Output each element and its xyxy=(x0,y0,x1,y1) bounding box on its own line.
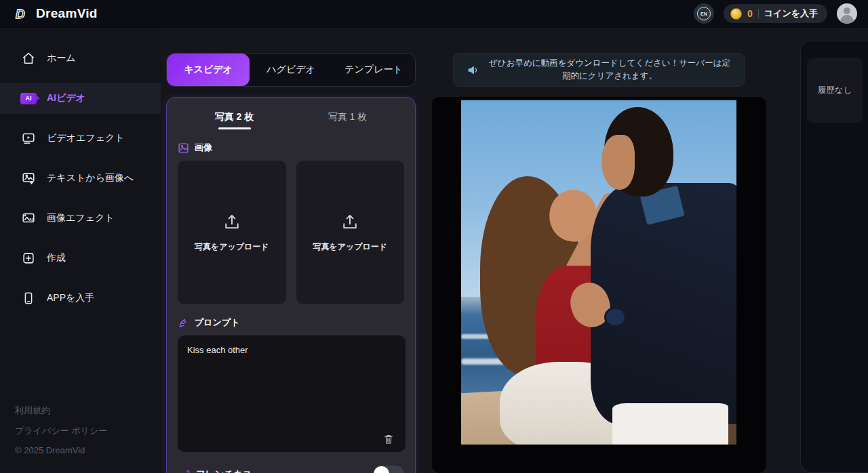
language-button[interactable]: EN xyxy=(694,3,714,24)
upload-area: 写真をアップロード 写真をアップロード xyxy=(178,161,404,304)
sidebar-nav: ホーム AI AIビデオ ビデオエフェクト テキストから画像へ xyxy=(0,28,161,314)
sidebar-item-text-to-image[interactable]: テキストから画像へ xyxy=(0,163,161,194)
image-section-header: 画像 xyxy=(178,142,404,154)
video-preview-container xyxy=(432,97,766,473)
avatar-person-icon xyxy=(844,7,850,14)
copyright-text: © 2025 DreamVid xyxy=(15,445,107,455)
tab-two-photos[interactable]: 写真 2 枚 xyxy=(178,111,291,129)
upload-photo-label: 写真をアップロード xyxy=(195,241,269,253)
french-kiss-toggle[interactable] xyxy=(373,466,404,473)
language-globe-icon: EN xyxy=(697,7,711,20)
upload-icon xyxy=(222,212,242,232)
prompt-section-header: プロンプト xyxy=(178,316,404,329)
download-notice-banner: ぜひお早めに動画をダウンロードしてください！サーバーは定期的にクリアされます。 xyxy=(453,53,745,87)
sidebar: ホーム AI AIビデオ ビデオエフェクト テキストから画像へ xyxy=(0,28,161,473)
topbar-actions: EN 0 コインを入手 xyxy=(694,3,857,24)
brand-logo[interactable]: D DreamVid xyxy=(12,5,98,22)
history-empty-state: 履歴なし xyxy=(807,58,863,123)
sidebar-item-ai-video[interactable]: AI AIビデオ xyxy=(0,83,161,114)
prompt-input[interactable]: Kiss each other xyxy=(178,335,406,452)
upload-photo-label: 写真をアップロード xyxy=(313,241,387,253)
notice-text: ぜひお早めに動画をダウンロードしてください！サーバーは定期的にクリアされます。 xyxy=(488,57,732,83)
prompt-pen-icon xyxy=(178,317,189,329)
image-section-label: 画像 xyxy=(195,142,212,154)
app-window: D DreamVid EN 0 コインを入手 xyxy=(0,0,868,473)
megaphone-icon xyxy=(466,62,481,77)
sidebar-item-label: テキストから画像へ xyxy=(47,172,134,184)
video-effects-icon xyxy=(20,130,37,146)
text-to-image-icon xyxy=(20,170,37,186)
svg-text:AI: AI xyxy=(28,218,33,222)
image-effects-icon: AI xyxy=(20,210,37,226)
lips-icon xyxy=(178,468,191,473)
top-bar: D DreamVid EN 0 コインを入手 xyxy=(0,0,868,28)
terms-link[interactable]: 利用規約 xyxy=(15,405,107,417)
divider xyxy=(758,9,759,18)
brand-name: DreamVid xyxy=(36,6,98,21)
sidebar-item-label: 画像エフェクト xyxy=(47,212,115,224)
tab-hug-video[interactable]: ハグビデオ xyxy=(250,54,332,86)
get-coins-button[interactable]: 0 コインを入手 xyxy=(724,4,827,23)
sidebar-item-label: ビデオエフェクト xyxy=(47,132,125,144)
history-panel: 履歴なし xyxy=(800,41,868,473)
video-mode-tabs: キスビデオ ハグビデオ テンプレート xyxy=(166,53,416,87)
photo-count-tabs: 写真 2 枚 写真 1 枚 xyxy=(178,111,404,129)
tab-kiss-video[interactable]: キスビデオ xyxy=(167,54,250,86)
get-coins-label: コインを入手 xyxy=(764,7,818,20)
sidebar-item-label: 作成 xyxy=(47,252,66,264)
image-icon xyxy=(178,142,189,154)
privacy-link[interactable]: プライバシー ポリシー xyxy=(15,425,107,437)
trash-icon xyxy=(382,433,395,445)
get-app-icon xyxy=(20,290,37,306)
prompt-wrapper: Kiss each other xyxy=(178,335,404,455)
toggle-knob xyxy=(374,466,389,473)
dreamvid-logo-icon: D xyxy=(12,5,30,22)
ai-video-icon: AI xyxy=(20,90,37,106)
coin-icon xyxy=(730,8,742,20)
clear-prompt-button[interactable] xyxy=(381,432,396,447)
coin-count: 0 xyxy=(747,8,753,19)
sidebar-item-label: APPを入手 xyxy=(47,292,94,304)
create-icon xyxy=(20,250,37,266)
french-kiss-label: フレンチキス xyxy=(196,468,373,473)
tab-template[interactable]: テンプレート xyxy=(332,54,415,86)
editor-panel: 写真 2 枚 写真 1 枚 画像 写真をアップロード 写真をアップロード プロン… xyxy=(166,97,416,473)
sidebar-footer: 利用規約 プライバシー ポリシー © 2025 DreamVid xyxy=(15,405,107,455)
user-avatar[interactable] xyxy=(837,3,857,24)
sidebar-item-label: ホーム xyxy=(47,52,76,64)
tab-one-photo[interactable]: 写真 1 枚 xyxy=(291,111,404,129)
upload-photo-1[interactable]: 写真をアップロード xyxy=(178,161,286,304)
sidebar-item-home[interactable]: ホーム xyxy=(0,43,161,74)
svg-text:D: D xyxy=(16,7,25,21)
sidebar-item-create[interactable]: 作成 xyxy=(0,243,161,274)
sidebar-item-video-effects[interactable]: ビデオエフェクト xyxy=(0,123,161,154)
prompt-section-label: プロンプト xyxy=(195,316,240,329)
home-icon xyxy=(20,50,37,66)
upload-photo-2[interactable]: 写真をアップロード xyxy=(296,161,405,304)
preview-photo xyxy=(461,100,736,445)
french-kiss-option: フレンチキス xyxy=(178,466,404,473)
sidebar-item-image-effects[interactable]: AI 画像エフェクト xyxy=(0,203,161,234)
wristwatch xyxy=(604,307,626,327)
sidebar-item-label: AIビデオ xyxy=(47,92,85,104)
upload-icon xyxy=(340,212,360,232)
sidebar-item-get-app[interactable]: APPを入手 xyxy=(0,283,161,314)
history-empty-label: 履歴なし xyxy=(818,85,852,96)
